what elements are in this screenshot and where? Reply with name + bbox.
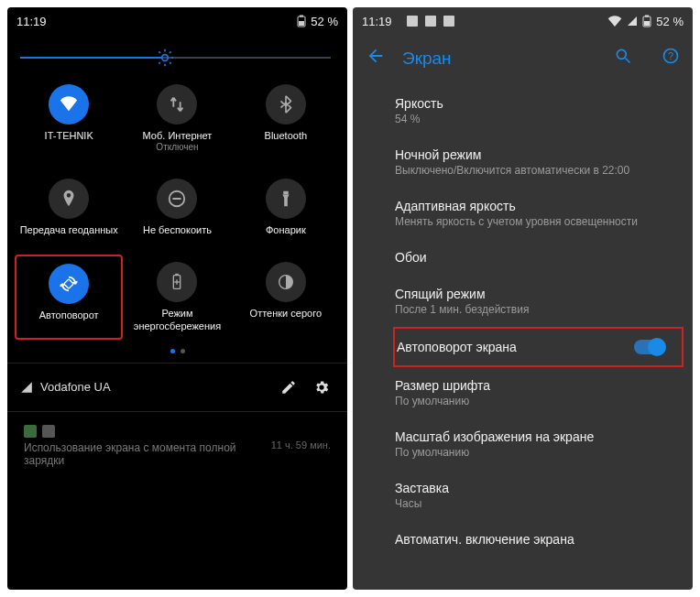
clock: 11:19 — [362, 15, 392, 28]
page-dot — [180, 349, 185, 353]
setting-title: Спящий режим — [395, 287, 678, 301]
brightness-fill — [20, 57, 161, 59]
clock: 11:19 — [16, 15, 47, 28]
brightness-slider[interactable] — [7, 31, 347, 68]
app-bar: Экран ? — [353, 31, 693, 85]
setting-title: Автоматич. включение экрана — [395, 532, 678, 547]
help-button[interactable]: ? — [662, 47, 680, 70]
setting-title: Заставка — [395, 481, 678, 495]
setting-item[interactable]: Обои — [395, 239, 693, 276]
setting-item[interactable]: Адаптивная яркостьМенять яркость с учето… — [395, 188, 693, 239]
tile-label: Фонарик — [266, 224, 306, 236]
setting-item[interactable]: ЗаставкаЧасы — [395, 470, 693, 521]
setting-subtitle: 54 % — [395, 113, 678, 125]
setting-item[interactable]: Размер шрифтаПо умолчанию — [395, 367, 693, 418]
settings-gear-button[interactable] — [309, 374, 334, 400]
app-icon — [407, 16, 418, 27]
setting-subtitle: После 1 мин. бездействия — [395, 303, 678, 316]
battery-text: 52 % — [656, 15, 684, 28]
qs-tile-battery-saver[interactable]: Режим энергосбережения — [123, 255, 231, 339]
brightness-thumb-icon[interactable] — [156, 49, 174, 67]
location-icon — [49, 179, 89, 219]
setting-item[interactable]: Ночной режимВыключено/Включится автомати… — [395, 136, 693, 188]
brightness-track — [24, 57, 331, 59]
divider — [7, 411, 347, 412]
notification-app-icons — [24, 425, 264, 438]
display-settings-screen: 11:19 52 % Экран ? Яркость54 %Ночной — [353, 7, 693, 590]
tile-label: Моб. Интернет — [143, 130, 213, 142]
toggle-switch[interactable] — [634, 340, 665, 354]
qs-tile-mobile-data[interactable]: Моб. ИнтернетОтключен — [123, 77, 231, 160]
page-indicator — [7, 340, 347, 361]
tile-label: Автоповорот — [39, 309, 99, 321]
setting-title: Масштаб изображения на экране — [395, 429, 678, 444]
flashlight-icon — [266, 179, 306, 219]
setting-title: Автоповорот экрана — [397, 340, 667, 354]
notification-title: Использование экрана с момента полной за… — [24, 441, 264, 467]
qs-tile-location[interactable]: Передача геоданных — [15, 171, 123, 244]
battery-icon — [297, 15, 306, 27]
wifi-icon — [49, 84, 89, 125]
svg-rect-2 — [299, 21, 304, 26]
notification-icons — [407, 16, 454, 27]
bluetooth-icon — [266, 84, 306, 125]
qs-tile-wifi[interactable]: IT-TEHNIK — [15, 77, 123, 160]
search-button[interactable] — [614, 47, 632, 70]
setting-subtitle: По умолчанию — [395, 446, 678, 459]
svg-point-3 — [162, 55, 169, 61]
qs-tile-bluetooth[interactable]: Bluetooth — [232, 77, 340, 160]
setting-item[interactable]: Автоматич. включение экрана — [395, 521, 693, 558]
svg-point-29 — [617, 49, 626, 59]
status-bar: 11:19 52 % — [7, 7, 347, 31]
tile-label: Режим энергосбережения — [125, 308, 229, 331]
setting-title: Яркость — [395, 96, 678, 111]
autorotate-icon — [49, 264, 89, 304]
setting-item[interactable]: Спящий режимПосле 1 мин. бездействия — [395, 276, 693, 327]
app-icon — [42, 425, 55, 438]
setting-title: Ночной режим — [395, 147, 678, 162]
evernote-icon — [425, 16, 436, 27]
svg-rect-22 — [42, 425, 55, 438]
svg-rect-14 — [283, 191, 289, 195]
tile-label: Bluetooth — [265, 130, 307, 142]
page-title: Экран — [402, 49, 452, 69]
battery-saver-icon — [157, 262, 197, 302]
back-button[interactable] — [366, 46, 386, 71]
wifi-icon — [607, 16, 622, 27]
app-icon — [443, 16, 454, 27]
qs-tile-dnd[interactable]: Не беспокоить — [123, 171, 231, 244]
setting-title: Размер шрифта — [395, 378, 678, 393]
setting-item[interactable]: Яркость54 % — [395, 85, 693, 136]
svg-rect-1 — [300, 16, 303, 17]
setting-subtitle: Менять яркость с учетом уровня освещенно… — [395, 215, 678, 228]
status-icons-right: 52 % — [297, 15, 338, 28]
svg-rect-15 — [64, 279, 73, 288]
setting-item[interactable]: Автоповорот экрана — [393, 327, 684, 367]
qs-tile-flashlight[interactable]: Фонарик — [232, 171, 340, 244]
qs-tile-autorotate[interactable]: Автоповорот — [15, 255, 123, 339]
svg-rect-17 — [176, 274, 180, 276]
qs-tile-grayscale[interactable]: Оттенки серого — [232, 255, 340, 339]
status-bar: 11:19 52 % — [353, 7, 693, 31]
svg-rect-28 — [644, 21, 650, 26]
tile-label: Передача геоданных — [20, 224, 118, 236]
setting-subtitle: По умолчанию — [395, 395, 678, 407]
page-dot — [170, 349, 175, 353]
svg-line-9 — [170, 62, 171, 64]
edit-tiles-button[interactable] — [276, 374, 301, 400]
setting-subtitle: Выключено/Включится автоматически в 22:0… — [395, 164, 678, 177]
signal-icon — [627, 16, 638, 27]
setting-title: Обои — [395, 250, 678, 265]
svg-line-11 — [170, 51, 171, 53]
svg-rect-24 — [425, 16, 436, 27]
setting-subtitle: Часы — [395, 497, 678, 510]
svg-line-10 — [159, 62, 160, 64]
tile-sublabel: Отключен — [156, 142, 198, 153]
notification-card[interactable]: Использование экрана с момента полной за… — [15, 418, 340, 474]
settings-list: Яркость54 %Ночной режимВыключено/Включит… — [353, 85, 693, 558]
setting-item[interactable]: Масштаб изображения на экранеПо умолчани… — [395, 418, 693, 470]
svg-rect-21 — [24, 425, 37, 438]
svg-text:?: ? — [668, 50, 673, 61]
tile-label: Оттенки серого — [250, 308, 322, 320]
carrier-row: Vodafone UA — [7, 365, 347, 409]
